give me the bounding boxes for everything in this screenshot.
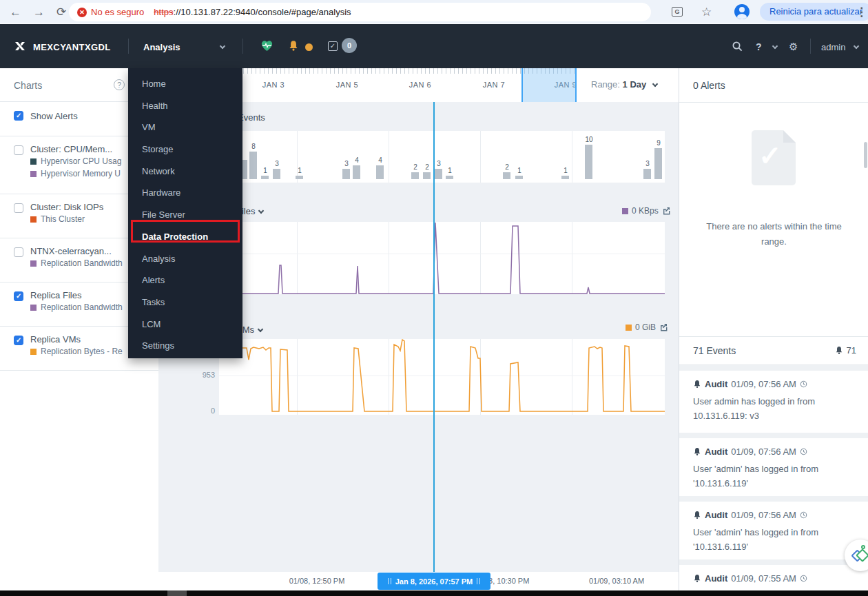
menu-item-analysis[interactable]: Analysis [128, 248, 242, 270]
not-secure-label: No es seguro [91, 7, 144, 17]
browser-reload-icon[interactable]: ⟳ [56, 0, 66, 24]
browser-forward-icon[interactable]: → [33, 0, 45, 24]
not-secure-badge[interactable]: ✕ No es seguro [77, 7, 144, 17]
tasks-checkbox-icon[interactable]: ✓ [328, 41, 338, 51]
event-count-bar[interactable] [515, 176, 523, 179]
chart-checkbox-replica-files[interactable] [14, 291, 23, 301]
tasks-count-badge[interactable]: 0 [342, 38, 357, 53]
warning-dot-icon[interactable] [305, 43, 313, 51]
clock-icon [800, 511, 807, 519]
nav-dropdown-menu: HomeHealthVMStorageNetworkHardwareFile S… [128, 68, 242, 358]
event-count-bar[interactable] [249, 152, 257, 179]
bookmark-star-icon[interactable]: ☆ [701, 0, 712, 24]
bar-value-label: 4 [349, 156, 365, 164]
bell-icon [693, 511, 701, 520]
event-count-bar[interactable] [376, 165, 384, 179]
drag-grip-icon[interactable] [477, 578, 480, 584]
menu-item-vm[interactable]: VM [128, 116, 242, 138]
legend-value: 0 GiB [635, 322, 656, 332]
menu-item-alerts[interactable]: Alerts [128, 269, 242, 291]
menu-item-storage[interactable]: Storage [128, 138, 242, 161]
user-menu[interactable]: admin [821, 42, 845, 52]
events-bell-badge[interactable]: 71 [835, 345, 856, 356]
replica-files-line-chart[interactable] [219, 222, 665, 294]
events-bar-chart[interactable]: 813134422312111039 [219, 131, 665, 183]
help-circle-icon[interactable]: ? [114, 79, 125, 90]
dot-icon [861, 545, 865, 549]
browser-update-button[interactable]: Reinicia para actualizar [760, 3, 868, 21]
menu-item-home[interactable]: Home [128, 73, 242, 95]
browser-profile-avatar[interactable] [734, 4, 750, 19]
event-count-bar[interactable] [273, 169, 280, 179]
event-count-bar[interactable] [411, 172, 419, 179]
event-time: 01/09, 07:56 AM [731, 510, 796, 520]
time-cursor-line[interactable] [433, 102, 435, 572]
translate-icon[interactable]: G [672, 7, 683, 17]
event-count-bar[interactable] [342, 169, 350, 179]
event-count-bar[interactable] [643, 169, 651, 179]
alerts-bell-icon[interactable] [288, 40, 299, 52]
health-heart-icon[interactable] [260, 40, 273, 52]
event-count-bar[interactable] [261, 176, 269, 179]
event-count-bar[interactable] [353, 165, 360, 179]
event-count-bar[interactable] [561, 176, 569, 179]
legend-swatch [30, 171, 37, 177]
event-time: 01/09, 07:55 AM [731, 573, 796, 584]
nav-current-page[interactable]: Analysis [143, 42, 180, 52]
time-axis-label: 01/08, 12:50 PM [276, 577, 358, 585]
event-card[interactable]: Audit 01/09, 07:56 AM User admin has log… [679, 371, 868, 433]
help-chevron-down-icon[interactable] [772, 43, 778, 49]
browser-menu-icon[interactable]: ⋮ [856, 0, 867, 24]
header-divider [810, 39, 811, 54]
no-alerts-text-line2: range. [679, 236, 868, 247]
cluster-name[interactable]: MEXCYANTXGDL [33, 42, 111, 52]
menu-item-network[interactable]: Network [128, 161, 242, 183]
event-count-bar[interactable] [446, 176, 453, 179]
menu-item-settings[interactable]: Settings [128, 335, 242, 357]
legend-swatch [30, 260, 37, 267]
chart-checkbox-cluster-cpu-mem[interactable] [14, 145, 23, 155]
bell-icon [835, 346, 843, 355]
scrollbar-thumb[interactable] [864, 142, 867, 168]
chart-checkbox-replica-vms[interactable] [14, 336, 23, 345]
divider [679, 102, 868, 103]
clock-icon [800, 380, 807, 388]
external-link-icon[interactable] [659, 323, 668, 331]
legend-value: 0 KBps [632, 206, 659, 216]
range-selector[interactable]: Range: 1 Day [591, 79, 657, 90]
nutanix-logo-icon[interactable] [14, 40, 26, 52]
event-card[interactable]: Audit 01/09, 07:56 AM User 'admin' has l… [679, 438, 868, 496]
bar-value-label: 1 [442, 167, 458, 174]
chart-checkbox-cluster-disk-iops[interactable] [14, 203, 23, 213]
nav-chevron-down-icon[interactable] [220, 43, 225, 49]
user-chevron-down-icon[interactable] [854, 43, 859, 49]
chart-checkbox-ntnx-celerracyan[interactable] [14, 247, 23, 257]
menu-item-health[interactable]: Health [128, 95, 242, 117]
bar-value-label: 3 [639, 160, 656, 167]
timeline-range-selection[interactable] [521, 68, 577, 102]
event-count-bar[interactable] [423, 172, 431, 179]
show-alerts-checkbox[interactable] [14, 111, 23, 121]
events-list[interactable]: Audit 01/09, 07:56 AM User admin has log… [679, 365, 868, 596]
browser-back-icon[interactable]: ← [10, 0, 21, 24]
menu-item-tasks[interactable]: Tasks [128, 291, 242, 314]
event-count-bar[interactable] [585, 145, 592, 179]
timeline-label: JAN 5 [323, 81, 371, 89]
menu-item-lcm[interactable]: LCM [128, 314, 242, 336]
menu-item-hardware[interactable]: Hardware [128, 182, 242, 204]
help-button[interactable]: ? [756, 41, 762, 52]
gear-icon[interactable]: ⚙ [789, 41, 798, 53]
event-card[interactable]: Audit 01/09, 07:56 AM User 'admin' has l… [679, 502, 868, 559]
cursor-time-pill[interactable]: Jan 8, 2026, 07:57 PM [378, 573, 490, 590]
replica-vms-line-chart[interactable] [219, 339, 665, 415]
bar-value-label: 1 [511, 167, 528, 174]
search-icon[interactable] [732, 41, 743, 52]
drag-grip-icon[interactable] [388, 578, 391, 584]
bottom-edge-strip [0, 590, 868, 596]
event-count-bar[interactable] [296, 176, 303, 179]
external-link-icon[interactable] [662, 207, 670, 215]
alerts-events-panel: 0 Alerts ✓ There are no alerts within th… [679, 68, 868, 596]
event-count-bar[interactable] [503, 172, 510, 179]
address-bar[interactable]: ✕ No es seguro https://10.131.87.22:9440… [69, 3, 651, 21]
event-count-bar[interactable] [654, 148, 662, 179]
